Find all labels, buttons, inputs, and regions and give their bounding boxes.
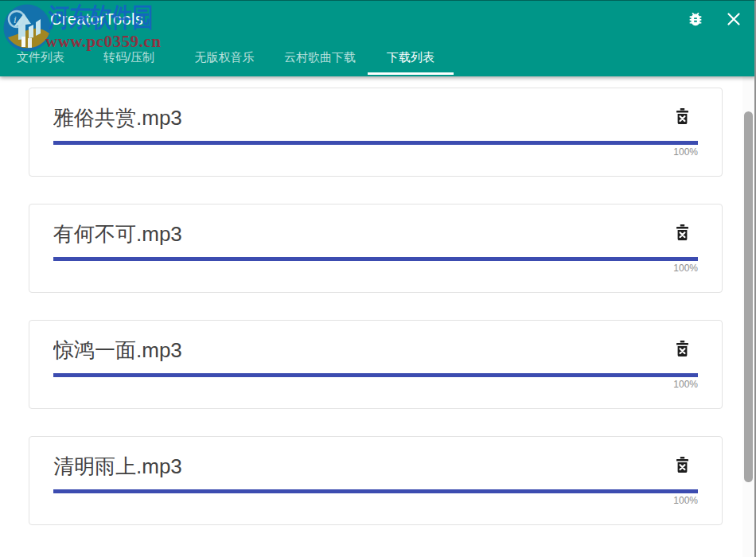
tab-label: 下载列表 — [387, 50, 435, 65]
trash-delete-icon — [675, 457, 690, 476]
active-tab-indicator — [368, 72, 454, 75]
app-title: CreatorTools — [50, 10, 143, 29]
progress-percent-label: 100% — [53, 146, 698, 158]
tab-file-list[interactable]: 文件列表 — [0, 38, 81, 76]
trash-delete-icon — [675, 108, 690, 127]
window-top-border — [0, 0, 756, 1]
app-window: CreatorTools — [0, 0, 756, 557]
download-progress-bar — [53, 141, 698, 145]
tab-label: 转码/压制 — [103, 50, 154, 65]
download-list-panel: 雅俗共赏.mp3 — [0, 76, 756, 557]
download-card: 有何不可.mp3 — [29, 204, 723, 293]
download-progress-track — [53, 489, 698, 493]
scrollbar-track[interactable] — [742, 76, 754, 557]
tab-label: 文件列表 — [17, 50, 64, 65]
download-progress-bar — [53, 489, 698, 493]
tab-royalty-free-music[interactable]: 无版权音乐 — [177, 38, 272, 76]
delete-download-button[interactable] — [674, 109, 690, 127]
tab-transcode-compress[interactable]: 转码/压制 — [81, 38, 177, 76]
bug-report-icon — [687, 10, 704, 28]
trash-delete-icon — [675, 224, 690, 243]
download-filename: 有何不可.mp3 — [53, 220, 182, 247]
download-progress-track — [53, 257, 698, 261]
download-progress-track — [53, 141, 698, 145]
app-header: CreatorTools — [0, 0, 756, 76]
tab-label: 云村歌曲下载 — [284, 50, 356, 65]
progress-percent-label: 100% — [53, 379, 698, 390]
title-bar: CreatorTools — [0, 0, 756, 38]
trash-delete-icon — [675, 341, 690, 360]
progress-percent-label: 100% — [53, 495, 698, 506]
download-filename: 雅俗共赏.mp3 — [53, 104, 182, 131]
download-filename: 惊鸿一面.mp3 — [53, 337, 182, 364]
download-progress-track — [53, 373, 698, 377]
tab-download-list[interactable]: 下载列表 — [368, 38, 454, 76]
progress-percent-label: 100% — [53, 263, 698, 274]
delete-download-button[interactable] — [674, 341, 690, 359]
tab-cloud-song-download[interactable]: 云村歌曲下载 — [272, 38, 368, 76]
download-progress-bar — [53, 373, 698, 377]
download-card: 清明雨上.mp3 — [29, 436, 723, 525]
download-card: 惊鸿一面.mp3 — [29, 320, 723, 409]
scrollbar-thumb[interactable] — [744, 111, 753, 482]
download-progress-bar — [53, 257, 698, 261]
download-cards: 雅俗共赏.mp3 — [29, 88, 723, 525]
close-button[interactable] — [723, 8, 745, 30]
delete-download-button[interactable] — [674, 458, 690, 475]
bug-report-button[interactable] — [684, 8, 707, 30]
tab-bar: 文件列表 转码/压制 无版权音乐 云村歌曲下载 下载列表 — [0, 38, 454, 76]
close-icon — [727, 12, 741, 26]
delete-download-button[interactable] — [674, 225, 690, 243]
titlebar-actions — [684, 0, 745, 38]
tab-label: 无版权音乐 — [195, 50, 255, 65]
download-filename: 清明雨上.mp3 — [53, 453, 182, 480]
download-card: 雅俗共赏.mp3 — [29, 88, 723, 177]
